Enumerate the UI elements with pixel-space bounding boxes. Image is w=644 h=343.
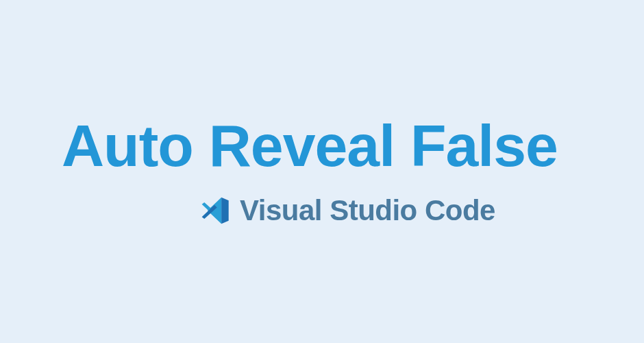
page-title: Auto Reveal False — [62, 116, 558, 175]
subtitle-row: Visual Studio Code — [199, 194, 495, 227]
vscode-icon — [199, 195, 230, 226]
subtitle-text: Visual Studio Code — [240, 194, 495, 227]
